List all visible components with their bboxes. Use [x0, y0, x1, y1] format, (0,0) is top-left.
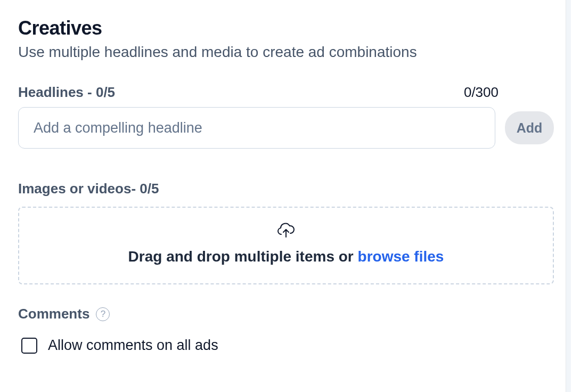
- section-description: Use multiple headlines and media to crea…: [18, 44, 554, 61]
- comments-label: Comments: [18, 306, 89, 322]
- headlines-char-count: 0/300: [464, 84, 554, 101]
- scrollbar-track[interactable]: [566, 0, 571, 392]
- browse-files-link[interactable]: browse files: [358, 248, 444, 265]
- allow-comments-row: Allow comments on all ads: [18, 337, 554, 354]
- headline-input[interactable]: [18, 107, 495, 149]
- media-label: Images or videos- 0/5: [18, 181, 554, 197]
- section-title: Creatives: [18, 17, 554, 39]
- headline-input-row: Add: [18, 107, 554, 149]
- allow-comments-checkbox[interactable]: [21, 338, 37, 354]
- help-icon[interactable]: ?: [96, 307, 110, 321]
- headlines-label: Headlines - 0/5: [18, 84, 115, 101]
- add-headline-button[interactable]: Add: [505, 111, 554, 144]
- dropzone-prefix: Drag and drop multiple items or: [128, 248, 358, 265]
- headlines-header-row: Headlines - 0/5 0/300: [18, 84, 554, 101]
- media-dropzone[interactable]: Drag and drop multiple items or browse f…: [18, 207, 554, 284]
- comments-header-row: Comments ?: [18, 306, 554, 322]
- allow-comments-label[interactable]: Allow comments on all ads: [48, 337, 218, 354]
- dropzone-text: Drag and drop multiple items or browse f…: [30, 248, 542, 265]
- upload-icon: [277, 223, 295, 241]
